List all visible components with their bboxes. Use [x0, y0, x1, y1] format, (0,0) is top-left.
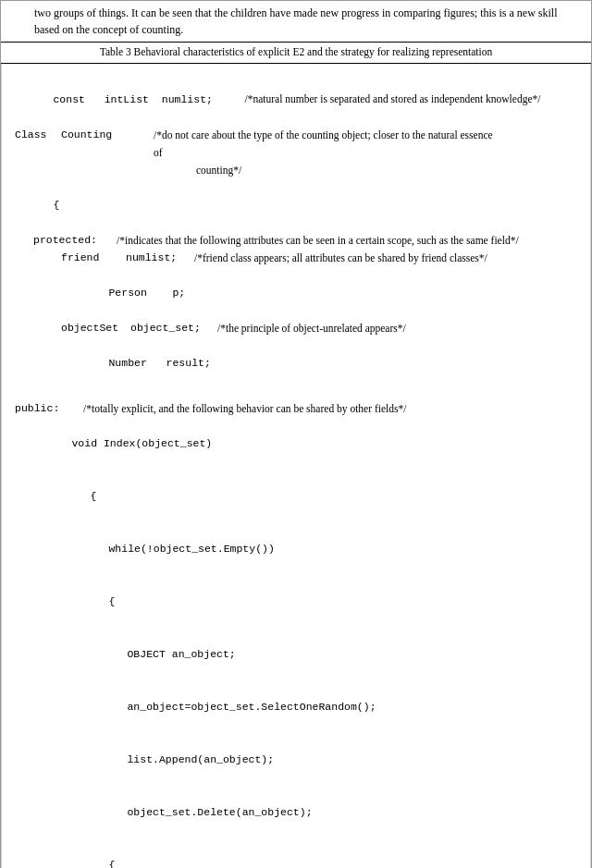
- code-line-9: public: /*totally explicit, and the foll…: [15, 400, 577, 418]
- code-line-16: list.Append(an_object);: [15, 734, 577, 787]
- code-line-8: Number result;: [15, 337, 577, 390]
- objectset-val: object_set;: [130, 320, 214, 337]
- objectset-keyword: objectSet: [61, 320, 130, 337]
- protected-keyword: protected:: [33, 232, 107, 250]
- friend-keyword: friend: [61, 250, 126, 267]
- code-line-4: protected: /*indicates that the followin…: [15, 232, 577, 250]
- code-line-3: {: [15, 179, 577, 232]
- class-keyword: Class: [15, 127, 61, 144]
- numlist-val: numlist;: [126, 250, 191, 267]
- code-line-12: while(!object_set.Empty()): [15, 523, 577, 576]
- table-caption: Table 3 Behavioral characteristics of ex…: [1, 43, 591, 64]
- code-line-1: const intList numlist; /*natural number …: [15, 73, 577, 127]
- code-line-2: Class Counting /*do not care about the t…: [15, 127, 577, 179]
- protected-comment: /*indicates that the following attribute…: [107, 232, 519, 250]
- code-line-10: void Index(object_set): [15, 418, 577, 471]
- class-comment: /*do not care about the type of the coun…: [144, 127, 496, 179]
- friend-comment: /*friend class appears; all attributes c…: [191, 250, 487, 267]
- page-container: two groups of things. It can be seen tha…: [0, 0, 592, 868]
- code-line-15: an_object=object_set.SelectOneRandom();: [15, 681, 577, 734]
- code-line-11: {: [15, 471, 577, 523]
- code-line-13: {: [15, 576, 577, 629]
- public-keyword: public:: [15, 400, 80, 418]
- code-line-17: object_set.Delete(an_object);: [15, 787, 577, 839]
- blank-line-1: [15, 389, 577, 400]
- top-text: two groups of things. It can be seen tha…: [34, 6, 558, 36]
- public-comment: /*totally explicit, and the following be…: [80, 400, 406, 418]
- top-paragraph: two groups of things. It can be seen tha…: [1, 1, 591, 43]
- code-line-14: OBJECT an_object;: [15, 629, 577, 681]
- code-block: const intList numlist; /*natural number …: [1, 64, 591, 868]
- code-line-6: Person p;: [15, 267, 577, 320]
- code-comment: /*natural number is separated and stored…: [244, 93, 540, 104]
- counting-keyword: Counting: [61, 127, 144, 144]
- code-keyword: const intList numlist;: [53, 93, 244, 105]
- code-line-5: friend numlist; /*friend class appears; …: [15, 250, 577, 267]
- objectset-comment: /*the principle of object-unrelated appe…: [214, 320, 406, 337]
- code-line-7: objectSet object_set; /*the principle of…: [15, 320, 577, 337]
- code-line-18: {: [15, 839, 577, 868]
